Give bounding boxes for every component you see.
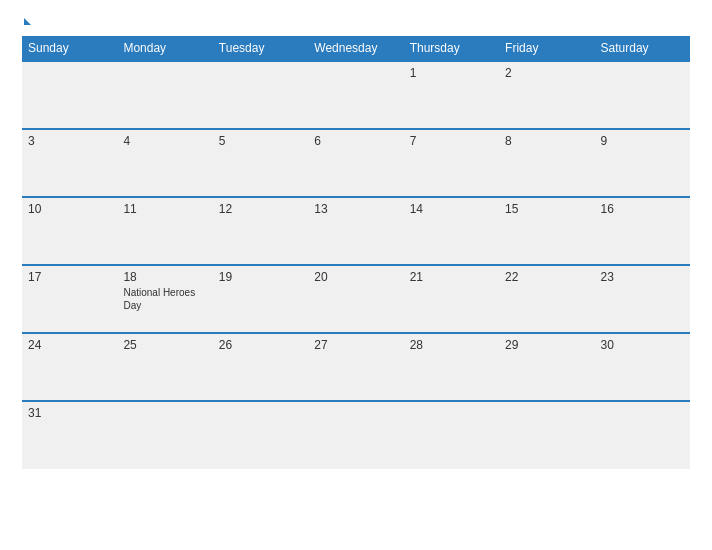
weekday-header: Friday bbox=[499, 36, 594, 61]
calendar-cell: 22 bbox=[499, 265, 594, 333]
logo-blue-text bbox=[22, 18, 31, 26]
day-number: 3 bbox=[28, 134, 111, 148]
calendar-cell: 23 bbox=[595, 265, 690, 333]
day-number: 15 bbox=[505, 202, 588, 216]
calendar-cell: 31 bbox=[22, 401, 117, 469]
calendar-cell: 26 bbox=[213, 333, 308, 401]
weekday-header: Wednesday bbox=[308, 36, 403, 61]
calendar-cell: 14 bbox=[404, 197, 499, 265]
day-number: 5 bbox=[219, 134, 302, 148]
calendar-cell: 30 bbox=[595, 333, 690, 401]
weekday-header: Thursday bbox=[404, 36, 499, 61]
logo-triangle-icon bbox=[24, 18, 31, 25]
calendar-cell: 29 bbox=[499, 333, 594, 401]
calendar-row: 31 bbox=[22, 401, 690, 469]
day-number: 28 bbox=[410, 338, 493, 352]
day-number: 2 bbox=[505, 66, 588, 80]
calendar-cell bbox=[308, 61, 403, 129]
day-number: 1 bbox=[410, 66, 493, 80]
day-number: 29 bbox=[505, 338, 588, 352]
calendar-cell: 8 bbox=[499, 129, 594, 197]
calendar-cell: 7 bbox=[404, 129, 499, 197]
weekday-header: Tuesday bbox=[213, 36, 308, 61]
calendar-cell bbox=[499, 401, 594, 469]
calendar-cell: 20 bbox=[308, 265, 403, 333]
calendar-cell: 13 bbox=[308, 197, 403, 265]
calendar-cell bbox=[22, 61, 117, 129]
day-number: 25 bbox=[123, 338, 206, 352]
calendar-cell: 16 bbox=[595, 197, 690, 265]
day-number: 10 bbox=[28, 202, 111, 216]
calendar-cell: 1 bbox=[404, 61, 499, 129]
day-number: 14 bbox=[410, 202, 493, 216]
calendar-event: National Heroes Day bbox=[123, 286, 206, 312]
calendar-cell: 11 bbox=[117, 197, 212, 265]
day-number: 21 bbox=[410, 270, 493, 284]
day-number: 11 bbox=[123, 202, 206, 216]
calendar-cell: 17 bbox=[22, 265, 117, 333]
day-number: 20 bbox=[314, 270, 397, 284]
day-number: 24 bbox=[28, 338, 111, 352]
header bbox=[22, 18, 690, 26]
calendar-cell: 19 bbox=[213, 265, 308, 333]
logo bbox=[22, 18, 31, 26]
calendar-row: 1718National Heroes Day1920212223 bbox=[22, 265, 690, 333]
calendar-cell bbox=[308, 401, 403, 469]
calendar-page: SundayMondayTuesdayWednesdayThursdayFrid… bbox=[0, 0, 712, 550]
calendar-row: 10111213141516 bbox=[22, 197, 690, 265]
day-number: 6 bbox=[314, 134, 397, 148]
day-number: 27 bbox=[314, 338, 397, 352]
calendar-cell bbox=[117, 401, 212, 469]
calendar-table: SundayMondayTuesdayWednesdayThursdayFrid… bbox=[22, 36, 690, 469]
calendar-cell: 15 bbox=[499, 197, 594, 265]
calendar-cell: 10 bbox=[22, 197, 117, 265]
day-number: 26 bbox=[219, 338, 302, 352]
weekday-header: Monday bbox=[117, 36, 212, 61]
day-number: 31 bbox=[28, 406, 111, 420]
day-number: 23 bbox=[601, 270, 684, 284]
calendar-cell: 6 bbox=[308, 129, 403, 197]
day-number: 13 bbox=[314, 202, 397, 216]
calendar-cell: 25 bbox=[117, 333, 212, 401]
calendar-cell: 3 bbox=[22, 129, 117, 197]
day-number: 4 bbox=[123, 134, 206, 148]
day-number: 8 bbox=[505, 134, 588, 148]
day-number: 7 bbox=[410, 134, 493, 148]
day-number: 12 bbox=[219, 202, 302, 216]
calendar-cell: 4 bbox=[117, 129, 212, 197]
weekday-header: Sunday bbox=[22, 36, 117, 61]
calendar-cell: 5 bbox=[213, 129, 308, 197]
calendar-cell bbox=[213, 401, 308, 469]
weekday-header-row: SundayMondayTuesdayWednesdayThursdayFrid… bbox=[22, 36, 690, 61]
day-number: 9 bbox=[601, 134, 684, 148]
calendar-cell: 24 bbox=[22, 333, 117, 401]
calendar-cell: 12 bbox=[213, 197, 308, 265]
calendar-row: 3456789 bbox=[22, 129, 690, 197]
calendar-cell bbox=[404, 401, 499, 469]
calendar-cell: 2 bbox=[499, 61, 594, 129]
calendar-cell: 18National Heroes Day bbox=[117, 265, 212, 333]
calendar-row: 24252627282930 bbox=[22, 333, 690, 401]
day-number: 22 bbox=[505, 270, 588, 284]
calendar-row: 12 bbox=[22, 61, 690, 129]
day-number: 17 bbox=[28, 270, 111, 284]
calendar-cell: 9 bbox=[595, 129, 690, 197]
calendar-cell bbox=[117, 61, 212, 129]
calendar-cell: 27 bbox=[308, 333, 403, 401]
day-number: 19 bbox=[219, 270, 302, 284]
day-number: 30 bbox=[601, 338, 684, 352]
calendar-cell: 28 bbox=[404, 333, 499, 401]
calendar-cell bbox=[595, 401, 690, 469]
weekday-header: Saturday bbox=[595, 36, 690, 61]
calendar-cell bbox=[595, 61, 690, 129]
day-number: 18 bbox=[123, 270, 206, 284]
calendar-cell: 21 bbox=[404, 265, 499, 333]
calendar-cell bbox=[213, 61, 308, 129]
day-number: 16 bbox=[601, 202, 684, 216]
